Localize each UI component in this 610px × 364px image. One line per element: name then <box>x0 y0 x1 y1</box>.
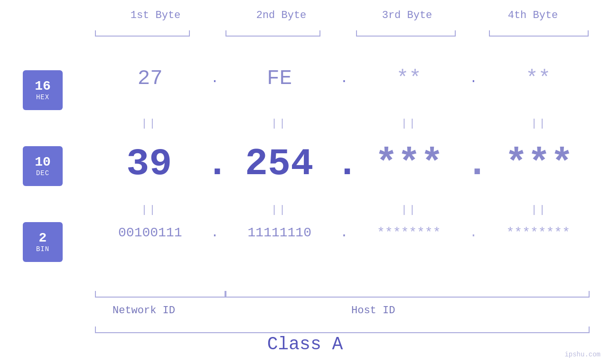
col-header-3: 3rd Byte <box>344 9 470 21</box>
equals-row-1: || || || || <box>93 118 596 130</box>
bracket-col3 <box>356 36 456 37</box>
bin-row: 00100111 . 11111110 . ******** . *******… <box>93 225 596 240</box>
host-id-bracket <box>225 297 590 298</box>
col-header-1: 1st Byte <box>93 9 218 21</box>
bin-byte4: ******** <box>481 225 596 240</box>
eq1-byte4: || <box>482 118 596 130</box>
dec-byte2: 254 <box>223 142 336 186</box>
class-bracket <box>95 332 590 333</box>
bracket-tick-2r <box>319 30 320 36</box>
bracket-tick-3r <box>455 30 456 36</box>
class-bracket-right-tick <box>589 327 590 333</box>
host-id-label: Host ID <box>351 305 395 317</box>
eq1-byte1: || <box>93 118 206 130</box>
bin-dot3: . <box>467 225 481 240</box>
watermark: ipshu.com <box>564 351 601 358</box>
hex-label-badge: 16 HEX <box>23 70 63 110</box>
network-id-label: Network ID <box>113 305 175 317</box>
eq2-byte4: || <box>482 204 596 216</box>
hex-byte4: ** <box>481 66 596 90</box>
hex-dot2: . <box>337 71 351 86</box>
hex-byte2: FE <box>222 66 338 90</box>
bracket-col4 <box>489 36 589 37</box>
host-bracket-left <box>225 291 226 298</box>
dec-byte1: 39 <box>93 142 206 186</box>
class-label: Class A <box>267 334 343 355</box>
dec-label-num: 10 <box>35 155 51 170</box>
dec-byte3: *** <box>353 142 466 186</box>
eq2-byte3: || <box>353 204 466 216</box>
class-bracket-left-tick <box>95 327 96 333</box>
dec-dot3: . <box>466 142 482 186</box>
bracket-col2 <box>225 36 320 37</box>
hex-byte1: 27 <box>93 66 208 90</box>
bin-dot2: . <box>337 225 351 240</box>
host-bracket-right <box>589 291 590 298</box>
bracket-tick-4r <box>588 30 589 36</box>
eq2-byte1: || <box>93 204 206 216</box>
dec-dot2: . <box>336 142 353 186</box>
dec-label-badge: 10 DEC <box>23 146 63 186</box>
dec-byte4: *** <box>482 142 596 186</box>
hex-row: 27 . FE . ** . ** <box>93 66 596 90</box>
bin-label-badge: 2 BIN <box>23 222 63 262</box>
bracket-col1 <box>95 36 190 37</box>
bracket-tick-4l <box>489 30 490 36</box>
bracket-tick-3l <box>356 30 357 36</box>
column-headers: 1st Byte 2nd Byte 3rd Byte 4th Byte <box>93 9 596 21</box>
bracket-tick-1r <box>189 30 190 36</box>
bin-label-num: 2 <box>39 231 47 246</box>
col-header-2: 2nd Byte <box>218 9 344 21</box>
eq2-byte2: || <box>223 204 336 216</box>
eq1-byte3: || <box>353 118 466 130</box>
bin-byte3: ******** <box>351 225 467 240</box>
bracket-tick-2l <box>225 30 226 36</box>
dec-label-base: DEC <box>36 169 49 177</box>
hex-byte3: ** <box>351 66 467 90</box>
hex-label-base: HEX <box>36 93 49 101</box>
dec-row: 39 . 254 . *** . *** <box>93 142 596 186</box>
hex-label-num: 16 <box>35 79 51 94</box>
dec-dot1: . <box>206 142 223 186</box>
hex-dot3: . <box>467 71 481 86</box>
bin-byte1: 00100111 <box>93 225 208 240</box>
bin-byte2: 11111110 <box>222 225 338 240</box>
network-id-bracket <box>95 297 225 298</box>
col-header-4: 4th Byte <box>470 9 596 21</box>
bracket-tick-1l <box>95 30 96 36</box>
equals-row-2: || || || || <box>93 204 596 216</box>
eq1-byte2: || <box>223 118 336 130</box>
bin-label-base: BIN <box>36 245 49 253</box>
hex-dot1: . <box>208 71 222 86</box>
main-container: 1st Byte 2nd Byte 3rd Byte 4th Byte 16 H… <box>0 0 610 364</box>
net-bracket-left <box>95 291 96 298</box>
bin-dot1: . <box>208 225 222 240</box>
